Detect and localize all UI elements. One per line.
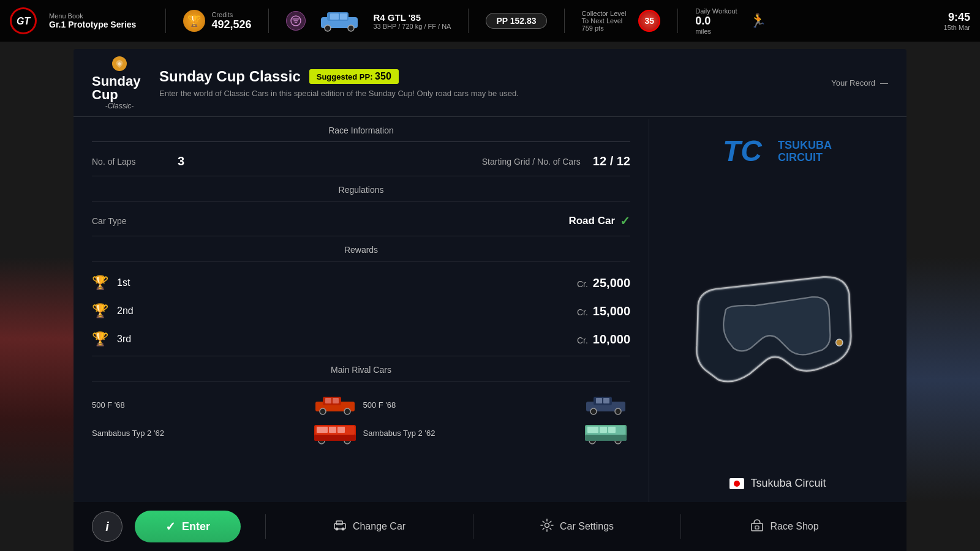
rival-car-1-name: 500 F '68 <box>92 400 125 410</box>
enter-button[interactable]: ✓ Enter <box>135 511 241 542</box>
rival-car-4-image <box>581 421 630 445</box>
workout-icon: 🏃 <box>750 10 767 32</box>
enter-label: Enter <box>182 520 210 533</box>
car-type-row: Car Type Road Car ✓ <box>92 209 630 233</box>
change-car-icon <box>333 519 347 535</box>
credits-icon: 🏆 <box>183 10 205 32</box>
sep-1 <box>92 176 630 176</box>
sep-3 <box>92 356 630 356</box>
right-content: TC TSUKUBA CIRCUIT <box>649 119 907 502</box>
enter-check-icon: ✓ <box>165 519 176 534</box>
svg-rect-49 <box>755 526 759 529</box>
track-tc-logo: TC TSUKUBA CIRCUIT <box>717 132 839 168</box>
svg-point-46 <box>341 527 344 530</box>
info-button[interactable]: i <box>92 511 123 542</box>
level-number: 35 <box>645 16 655 26</box>
svg-point-7 <box>348 25 354 31</box>
rival-car-2: 500 F '68 <box>363 392 631 417</box>
your-record-label: Your Record <box>831 78 875 88</box>
rewards-header: Rewards <box>92 239 630 261</box>
rival-car-1-image <box>311 392 360 417</box>
change-car-button[interactable]: Change Car <box>266 512 473 541</box>
cup-logo-text: Sunday Cup <box>92 75 147 102</box>
bottom-bar: i ✓ Enter Change Car Car Settings <box>74 502 907 551</box>
topbar-divider-4 <box>564 9 565 33</box>
credits-value: 492,526 <box>211 18 251 31</box>
topbar-menu-title: Gr.1 Prototype Series <box>49 20 136 29</box>
panel-body: Race Information No. of Laps 3 Starting … <box>74 119 907 502</box>
topbar-pp-value: PP 152.83 <box>496 16 536 26</box>
svg-rect-34 <box>600 427 607 433</box>
reward-2nd-place: 2nd <box>117 305 141 317</box>
topbar-menu-label: Menu Book <box>49 12 136 20</box>
reward-1st-value: 25,000 <box>593 276 630 290</box>
grid-label: Starting Grid / No. of Cars <box>482 157 581 167</box>
time-date: 15th Mar <box>944 24 970 31</box>
svg-text:CIRCUIT: CIRCUIT <box>778 151 823 163</box>
svg-point-14 <box>344 408 350 414</box>
svg-rect-21 <box>596 398 602 403</box>
topbar-pp-box: PP 152.83 <box>486 13 546 29</box>
svg-rect-27 <box>337 427 345 433</box>
workout-label: Daily Workout <box>695 7 737 15</box>
rivals-header: Main Rival Cars <box>92 359 630 381</box>
svg-rect-48 <box>752 523 763 531</box>
cup-logo-icon <box>111 56 127 75</box>
topbar-car-name: R4 GTL '85 <box>373 12 451 23</box>
collector-next-label: To Next Level <box>582 17 623 24</box>
topbar-time-section: 9:45 15th Mar <box>944 11 970 31</box>
svg-point-6 <box>325 25 331 31</box>
svg-rect-44 <box>336 521 342 525</box>
race-info-header: Race Information <box>92 119 630 142</box>
rival-car-2-name: 500 F '68 <box>363 400 396 410</box>
panel-header: Sunday Cup -Classic- Sunday Cup Classic … <box>74 49 907 114</box>
rival-car-4-name: Sambabus Typ 2 '62 <box>363 429 435 438</box>
collector-label: Collector Level <box>582 10 627 17</box>
track-map-svg <box>686 243 870 402</box>
svg-text:TSUKUBA: TSUKUBA <box>778 139 832 151</box>
car-type-label: Car Type <box>92 216 568 226</box>
car-settings-label: Car Settings <box>560 521 614 532</box>
rival-car-3: Sambabus Typ 2 '62 <box>92 421 360 445</box>
rival-car-1: 500 F '68 <box>92 392 360 417</box>
svg-rect-22 <box>603 398 609 403</box>
your-record-value: — <box>880 78 888 88</box>
track-name-section: Tsukuba Circuit <box>729 477 826 490</box>
time-value: 9:45 <box>948 11 970 24</box>
svg-point-19 <box>590 408 597 414</box>
credits-label: Credits <box>211 11 251 18</box>
reward-1st-row: 🏆 1st Cr. 25,000 <box>92 269 630 297</box>
cup-logo-sub: -Classic- <box>105 102 134 110</box>
pp-filter-icon <box>286 11 306 31</box>
reward-1st-amount: Cr. 25,000 <box>577 276 630 290</box>
svg-rect-15 <box>325 398 331 403</box>
svg-rect-33 <box>587 427 598 433</box>
reward-3rd-value: 10,000 <box>593 332 630 347</box>
car-settings-button[interactable]: Car Settings <box>473 512 680 541</box>
laps-row: No. of Laps 3 Starting Grid / No. of Car… <box>92 149 630 173</box>
your-record: Your Record — <box>831 78 888 88</box>
svg-rect-9 <box>340 13 347 20</box>
sep-2 <box>92 236 630 236</box>
panel-title-section: Sunday Cup Classic Suggested PP: 350 Ent… <box>159 68 819 98</box>
reward-3rd-place: 3rd <box>117 334 141 345</box>
topbar-car-specs: 33 BHP / 720 kg / FF / NA <box>373 23 451 30</box>
svg-text:TC: TC <box>723 135 763 167</box>
topbar-collector-section: Collector Level To Next Level 759 pts <box>582 10 627 32</box>
panel-title: Sunday Cup Classic Suggested PP: 350 <box>159 68 819 85</box>
regulations-header: Regulations <box>92 179 630 201</box>
grid-value: 12 / 12 <box>593 154 630 168</box>
topbar-divider-2 <box>268 9 269 33</box>
topbar: GT Menu Book Gr.1 Prototype Series 🏆 Cre… <box>0 0 980 42</box>
bg-left-decoration <box>0 257 74 502</box>
workout-unit: miles <box>695 28 737 35</box>
reward-3rd-row: 🏆 3rd Cr. 10,000 <box>92 325 630 353</box>
svg-rect-8 <box>330 13 339 20</box>
bg-right-decoration <box>907 257 980 502</box>
rival-car-2-image <box>581 392 630 417</box>
svg-point-47 <box>545 523 549 527</box>
topbar-credits-section: 🏆 Credits 492,526 <box>183 10 251 32</box>
topbar-workout-section: Daily Workout 0.0 miles <box>695 7 737 35</box>
car-type-value: Road Car ✓ <box>568 214 630 228</box>
race-shop-button[interactable]: Race Shop <box>681 512 888 541</box>
